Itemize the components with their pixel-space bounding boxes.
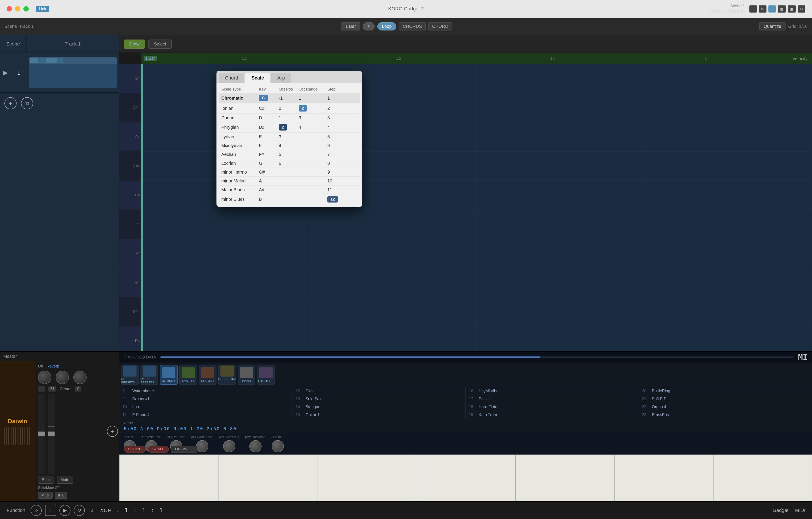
inst-solosax[interactable]: 13 Solo Sax: [292, 395, 466, 403]
minimize-button[interactable]: [15, 6, 20, 11]
inst-stringorch[interactable]: 14 Stringorch: [292, 403, 466, 411]
copy-scene-btn[interactable]: ⧉: [21, 97, 33, 109]
inst-softep[interactable]: 21 Soft E.P.: [639, 395, 812, 403]
note-as4[interactable]: [141, 93, 143, 122]
note-b4[interactable]: [141, 64, 143, 93]
layout-btn-5[interactable]: ▣: [788, 5, 796, 12]
note-e4[interactable]: [141, 268, 143, 297]
mute-btn[interactable]: Mute: [57, 476, 73, 484]
row-mixolydian[interactable]: Mixolydian F 4 6: [219, 141, 359, 150]
close-button[interactable]: [7, 6, 12, 11]
row-locrian[interactable]: Locrian G 6 8: [219, 159, 359, 168]
row-minor-blues[interactable]: minor Blues B 12: [219, 194, 359, 204]
layout-btn-6[interactable]: ⊡: [798, 5, 805, 12]
inst-waterphone[interactable]: 8 Waterphone: [119, 387, 292, 395]
key-a4[interactable]: A4: [119, 122, 141, 151]
cycle-btn[interactable]: ↻: [74, 505, 85, 516]
octave-btn[interactable]: OCTAVE +: [171, 446, 198, 453]
wkey-d[interactable]: [218, 455, 317, 501]
row-dorian[interactable]: Dorian D 1 3 3: [219, 114, 359, 122]
key-ds4[interactable]: D#4: [119, 297, 141, 326]
draw-btn[interactable]: Draw: [124, 39, 145, 49]
knob-fx1[interactable]: [223, 440, 235, 452]
inst-hvymilvibe[interactable]: 16 HvyMilVibe: [466, 387, 639, 395]
inst-hardflute[interactable]: 18 Hard Flute: [466, 403, 639, 411]
wkey-g[interactable]: [515, 455, 614, 501]
chord-pill-btn[interactable]: CHORD: [124, 446, 146, 453]
key-g4[interactable]: G4: [119, 181, 141, 210]
note-a4[interactable]: [141, 122, 143, 151]
add-bar-btn[interactable]: +: [363, 22, 375, 30]
play-scene-btn[interactable]: ▶: [0, 69, 11, 76]
fader-2[interactable]: [48, 394, 55, 474]
chords-btn[interactable]: CHORDS: [399, 22, 426, 30]
record-btn[interactable]: ○: [31, 505, 42, 516]
inst-lore[interactable]: 10 Lore: [119, 403, 292, 411]
key-b4[interactable]: B4: [119, 64, 141, 93]
midi-btn[interactable]: MIDI: [38, 492, 53, 499]
midi-btn-footer[interactable]: MIDI: [795, 508, 805, 513]
knob-output[interactable]: [272, 440, 284, 452]
gadget-synth1[interactable]: SYNTH 1: [179, 365, 197, 385]
metronome-btn[interactable]: ♩: [116, 507, 119, 514]
note-g4[interactable]: [141, 181, 143, 210]
row-minor-melod[interactable]: minor Melod A 10: [219, 177, 359, 185]
inst-brassens[interactable]: 23 BrassEns.: [639, 411, 812, 419]
key-fs4[interactable]: F#4: [119, 210, 141, 239]
inst-bottlering[interactable]: 20 BottleRing: [639, 387, 812, 395]
note-f4[interactable]: [141, 239, 143, 268]
select-btn[interactable]: Select: [148, 39, 172, 49]
knob-release[interactable]: [196, 440, 208, 452]
layout-btn-3[interactable]: ⊟: [768, 5, 776, 12]
add-scene-btn[interactable]: +: [4, 97, 17, 109]
knob-center[interactable]: [56, 371, 69, 384]
inst-organ4[interactable]: 22 Organ 4: [639, 403, 812, 411]
inst-pulsar[interactable]: 17 Pulsar: [466, 395, 639, 403]
row-ionian[interactable]: Ionian C# 0 2 2: [219, 103, 359, 114]
wkey-b[interactable]: [713, 455, 812, 501]
ifx-btn[interactable]: IFX: [55, 492, 67, 499]
row-chromatic[interactable]: Chromatic C -1 1 1: [219, 93, 359, 103]
inst-kototrem[interactable]: 19 Koto Trem: [466, 411, 639, 419]
bar-display[interactable]: 1 Bar: [341, 22, 360, 30]
wkey-c[interactable]: [119, 455, 218, 501]
wkey-f[interactable]: [416, 455, 515, 501]
note-gs4[interactable]: [141, 151, 143, 181]
gadget-fretted1[interactable]: FRETTED 1: [257, 365, 275, 385]
knob-main[interactable]: [38, 371, 51, 384]
key-as4[interactable]: A#4: [119, 93, 141, 122]
stop-btn[interactable]: □: [45, 505, 56, 516]
key-gs4[interactable]: G#4: [119, 151, 141, 181]
scale-pill-btn[interactable]: SCALE: [148, 446, 169, 453]
row-minor-harmo[interactable]: minor Harmo G# 9: [219, 168, 359, 177]
darwin-thumbnail[interactable]: [4, 427, 31, 445]
inst-clav[interactable]: 12 Clav: [292, 387, 466, 395]
row-phrygian[interactable]: Phrygian D# 2 4 4: [219, 122, 359, 133]
wkey-a[interactable]: [614, 455, 713, 501]
gadget-btn[interactable]: Gadget: [773, 508, 788, 513]
solo-btn[interactable]: Solo: [38, 476, 54, 484]
note-ds4[interactable]: [141, 297, 143, 326]
row-lydian[interactable]: Lydian E 3 5: [219, 133, 359, 141]
tab-scale[interactable]: Scale: [245, 73, 270, 83]
chord-btn[interactable]: CHORD: [428, 22, 452, 30]
gadget-mi-presets[interactable]: MI PRESETS: [121, 365, 139, 385]
key-f4[interactable]: F4: [119, 239, 141, 268]
gadget-piano[interactable]: PIANO: [238, 365, 255, 385]
knob-fx2[interactable]: [250, 440, 262, 452]
link-button[interactable]: Link: [36, 6, 49, 12]
gadget-drums1[interactable]: DRUMS 1: [199, 365, 216, 385]
inst-epiano4[interactable]: 11 E.Piano 4: [119, 411, 292, 419]
layout-btn-4[interactable]: ▦: [778, 5, 786, 12]
loop-btn[interactable]: Loop: [377, 22, 397, 30]
wkey-e[interactable]: [317, 455, 416, 501]
add-track-btn[interactable]: +: [107, 426, 118, 437]
key-e4[interactable]: E4: [119, 268, 141, 297]
track-block[interactable]: [29, 57, 117, 88]
tab-chord[interactable]: Chord: [219, 73, 244, 83]
inst-drums1[interactable]: 9 Drums #1: [119, 395, 292, 403]
layout-btn-2[interactable]: ⊞: [759, 5, 766, 12]
tab-arp[interactable]: Arp: [271, 73, 291, 83]
gadget-memory[interactable]: MEMORY: [160, 365, 178, 385]
note-fs4[interactable]: [141, 210, 143, 239]
